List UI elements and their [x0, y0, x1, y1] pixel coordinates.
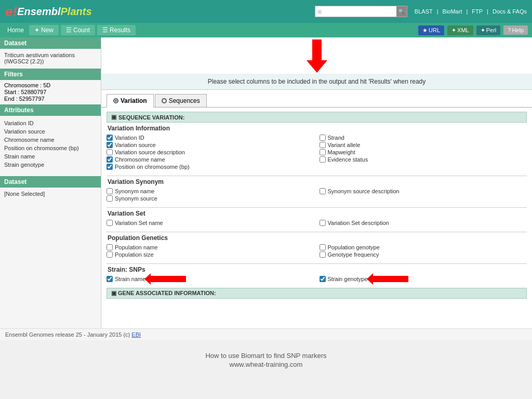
attr-variation-source: Variation source [4, 127, 97, 136]
attr-item-variation-id: Variation ID [107, 134, 314, 141]
variation-info-title: Variation Information [107, 125, 527, 132]
footer-ebi-link[interactable]: EBI [131, 331, 141, 338]
set-description-checkbox[interactable] [320, 220, 326, 226]
logo-plants: Plants [60, 6, 91, 18]
nav-right: ★ URL ✦ XML ✦ Perl ? Help [418, 25, 528, 35]
help-icon: ? [508, 27, 511, 33]
new-button[interactable]: ✦ New [29, 25, 59, 35]
attr-chromosome-name: Chromosome name [4, 136, 97, 144]
attr-item-position: Position on chromosome (bp) [107, 163, 314, 170]
tabs-bar: Variation Sequences [101, 90, 532, 108]
sequence-variation-header[interactable]: ▣ SEQUENCE VARIATION: [107, 112, 527, 123]
strand-checkbox[interactable] [320, 135, 326, 141]
strain-snps-title: Strain: SNPs [107, 266, 527, 273]
results-button[interactable]: ☰ Results [97, 25, 136, 35]
attr-item-strain-name: Strain name [107, 275, 145, 283]
filters-content: Chromosome : 5D Start : 52880797 End : 5… [0, 80, 101, 104]
strain-snps-grid: Strain name Strain genotype [107, 275, 527, 283]
pg-right: Population genotype Genotype frequency [320, 244, 527, 258]
strain-name-row: Strain name [107, 275, 314, 283]
synonym-source-desc-checkbox[interactable] [320, 188, 326, 194]
attr-item-population-size: Population size [107, 251, 314, 258]
variant-allele-checkbox[interactable] [320, 142, 326, 148]
gene-collapse-icon: ▣ [111, 290, 116, 296]
header-right: ⊞ 🔍 BLAST | BioMart | FTP | Docs & FAQs [315, 6, 527, 17]
variation-source-checkbox[interactable] [107, 142, 113, 148]
population-genetics-grid: Population name Population size Populati… [107, 244, 527, 258]
variation-id-checkbox[interactable] [107, 135, 113, 141]
blast-link[interactable]: BLAST [415, 8, 433, 15]
main-layout: Dataset Triticum aestivum variations (IW… [0, 37, 532, 328]
attr-item-set-description: Variation Set description [320, 219, 527, 227]
gene-associated-header[interactable]: ▣ GENE ASSOCIATED INFORMATION: [107, 288, 527, 299]
variation-info-grid: Variation ID Variation source Variation … [107, 134, 527, 170]
perl-button[interactable]: ✦ Perl [476, 25, 501, 35]
position-checkbox[interactable] [107, 164, 113, 170]
strain-genotype-checkbox[interactable] [320, 276, 326, 282]
arrow-head [307, 60, 327, 73]
red-down-arrow [307, 39, 327, 73]
attr-position: Position on chromosome (bp) [4, 144, 97, 152]
set-name-checkbox[interactable] [107, 220, 113, 226]
population-name-checkbox[interactable] [107, 244, 113, 250]
attr-item-strain-genotype: Strain genotype [320, 275, 368, 283]
url-button[interactable]: ★ URL [418, 25, 444, 35]
help-button[interactable]: ? Help [503, 25, 528, 35]
docs-link[interactable]: Docs & FAQs [493, 8, 527, 15]
red-arrow-container [101, 37, 532, 74]
variation-radio[interactable] [113, 98, 118, 103]
content-area: Please select columns to be included in … [101, 37, 532, 328]
mapweight-checkbox[interactable] [320, 149, 326, 155]
attributes-panel: ▣ SEQUENCE VARIATION: Variation Informat… [101, 108, 532, 303]
instruction-bar: Please select columns to be included in … [101, 74, 532, 90]
header: e!EnsemblPlants ⊞ 🔍 BLAST | BioMart | FT… [0, 0, 532, 23]
attr-item-synonym-source-desc: Synonym source description [320, 188, 527, 195]
dataset-header: Dataset [0, 37, 101, 49]
search-button[interactable]: 🔍 [396, 6, 407, 17]
variation-source-desc-checkbox[interactable] [107, 149, 113, 155]
tab-variation[interactable]: Variation [107, 94, 154, 108]
expand-icon: ⊞ [315, 9, 324, 15]
chromosome-name-checkbox[interactable] [107, 156, 113, 163]
count-button[interactable]: ☰ Count [61, 25, 95, 35]
xml-button[interactable]: ✦ XML [447, 25, 473, 35]
sequences-radio[interactable] [162, 98, 167, 103]
filters-header: Filters [0, 69, 101, 80]
variation-set-title: Variation Set [107, 210, 527, 217]
biomart-link[interactable]: BioMart [443, 8, 462, 15]
home-link[interactable]: Home [4, 26, 27, 34]
vs-right: Synonym source description [320, 188, 527, 202]
attributes-list: Variation ID Variation source Chromosome… [0, 116, 101, 172]
attr-item-evidence-status: Evidence status [320, 156, 527, 163]
synonym-source-checkbox[interactable] [107, 195, 113, 202]
population-size-checkbox[interactable] [107, 251, 113, 258]
dataset2-header: Dataset [0, 176, 101, 188]
dataset-value: Triticum aestivum variations (IWGSC2 (2.… [0, 49, 101, 69]
population-genetics-group: Population Genetics Population name Popu… [107, 234, 527, 258]
perl-icon: ✦ [481, 27, 485, 34]
collapse-icon: ▣ [111, 114, 116, 121]
tab-sequences[interactable]: Sequences [155, 94, 207, 107]
population-genotype-checkbox[interactable] [320, 244, 326, 250]
strain-name-checkbox[interactable] [107, 276, 113, 282]
attr-item-synonym-name: Synonym name [107, 188, 314, 195]
genotype-frequency-checkbox[interactable] [320, 251, 326, 258]
search-input[interactable] [324, 6, 396, 17]
evidence-status-checkbox[interactable] [320, 156, 326, 163]
attr-variation-id: Variation ID [4, 119, 97, 127]
attr-item-variation-source-desc: Variation source description [107, 149, 314, 156]
variation-synonym-group: Variation Synonym Synonym name Synonym s… [107, 178, 527, 202]
logo-ensembl: Ensembl [17, 6, 60, 18]
variation-info-group: Variation Information Variation ID Varia… [107, 125, 527, 170]
synonym-name-checkbox[interactable] [107, 188, 113, 194]
variation-synonym-grid: Synonym name Synonym source Synonym sour… [107, 188, 527, 202]
attr-item-mapweight: Mapweight [320, 149, 527, 156]
results-icon: ☰ [102, 26, 108, 34]
attr-item-set-name: Variation Set name [107, 219, 314, 227]
ftp-link[interactable]: FTP [472, 8, 483, 15]
attr-item-synonym-source: Synonym source [107, 195, 314, 202]
attr-strain-genotype: Strain genotype [4, 161, 97, 169]
strain-genotype-row: Strain genotype [320, 275, 527, 283]
page-caption: How to use Biomart to find SNP markers w… [0, 340, 532, 380]
attr-item-variant-allele: Variant allele [320, 141, 527, 149]
